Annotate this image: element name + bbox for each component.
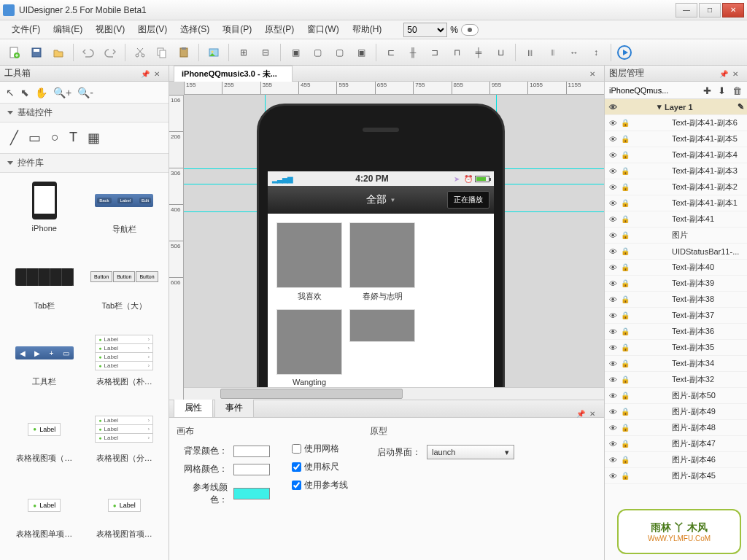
comp-tableitem-single[interactable]: Label表格视图单项… [4,482,85,556]
pointer-tool-icon[interactable]: ↖ [6,87,15,98]
use-guide-checkbox[interactable] [292,481,301,490]
hand-tool-icon[interactable]: ✋ [35,87,47,98]
menu-prototype[interactable]: 原型(P) [259,21,300,38]
album-item[interactable]: 春娇与志明 [349,222,415,302]
tab-events[interactable]: 事件 [214,398,254,417]
menu-view[interactable]: 视图(V) [90,21,131,38]
image-shape-icon[interactable]: ▦ [88,130,100,146]
menu-project[interactable]: 项目(P) [217,21,258,38]
design-canvas[interactable]: 15525535545555565575585595510551155 1062… [169,82,604,400]
bring-forward-icon[interactable]: ▢ [309,44,326,61]
ellipse-shape-icon[interactable]: ○ [51,130,59,146]
layer-item[interactable]: 👁🔒图片-副本50 [605,388,747,404]
layer-item[interactable]: 👁🔒图片-副本47 [605,436,747,452]
same-width-icon[interactable]: ↔ [565,44,583,61]
comp-iphone[interactable]: iPhone [4,177,85,251]
control-library-header[interactable]: 控件库 [0,154,169,173]
doc-close-icon[interactable]: ✕ [589,70,597,77]
panel-close-icon[interactable]: ✕ [154,70,161,77]
comp-tableitem-first[interactable]: Label表格视图首项… [85,482,165,556]
distribute-v-icon[interactable]: ⫴ [543,44,561,61]
bring-front-icon[interactable]: ▣ [287,44,304,61]
zoom-select[interactable]: 50 [403,23,447,37]
save-icon[interactable] [28,44,45,61]
line-shape-icon[interactable]: ╱ [10,130,18,146]
layer-item[interactable]: 👁🔒Text-副本37 [605,308,747,324]
edit-layer-icon[interactable]: ✎ [738,102,744,112]
run-button[interactable] [617,45,632,60]
grid-color-swatch[interactable] [233,464,270,475]
album-item[interactable]: 我喜欢 [276,222,342,302]
comp-navbar[interactable]: BackLabelEdit导航栏 [85,177,165,251]
prop-close-icon[interactable]: ✕ [589,410,597,417]
same-height-icon[interactable]: ↕ [587,44,605,61]
align-center-h-icon[interactable]: ╫ [404,44,422,61]
comp-tableview-item[interactable]: Label表格视图项（… [4,406,85,480]
ungroup-icon[interactable]: ⊟ [257,44,274,61]
comp-toolbar[interactable]: ◀▶+▭工具栏 [4,330,85,403]
zoom-out-icon[interactable]: 🔍- [77,87,93,98]
minimize-button[interactable]: — [676,3,697,18]
align-center-v-icon[interactable]: ╪ [470,44,487,61]
close-button[interactable]: ✕ [722,3,744,18]
use-grid-checkbox[interactable] [292,444,301,454]
layer-item[interactable]: 👁🔒Text-副本41-副本5 [605,131,747,147]
delete-layer-icon[interactable]: 🗑 [732,85,743,96]
comp-tabbar-large[interactable]: ButtonButtonButtonTab栏（大） [85,254,165,327]
group-icon[interactable]: ⊞ [235,44,252,61]
album-item[interactable]: Wangting [276,309,342,386]
add-layer-icon[interactable]: ✚ [703,85,713,96]
layer-item[interactable]: 👁🔒图片-副本49 [605,404,747,420]
layers-pin-icon[interactable]: 📌 [719,70,727,77]
layer-item[interactable]: 👁🔒Text-副本39 [605,276,747,292]
image-icon[interactable] [205,44,222,61]
send-backward-icon[interactable]: ▢ [330,44,348,61]
prop-pin-icon[interactable]: 📌 [576,410,584,417]
redo-icon[interactable] [101,44,119,61]
layer-file-name[interactable]: iPhoneQQmus... [609,86,699,95]
layer-item[interactable]: 👁🔒Text-副本35 [605,340,747,356]
layer-root[interactable]: 👁▾Layer 1✎ [605,99,747,115]
rect-shape-icon[interactable]: ▭ [28,130,41,146]
layers-close-icon[interactable]: ✕ [732,70,740,77]
menu-window[interactable]: 窗口(W) [301,21,344,38]
layer-item[interactable]: 👁🔒Text-副本41-副本3 [605,163,747,179]
send-back-icon[interactable]: ▣ [352,44,370,61]
layer-item[interactable]: 👁🔒UIDStatusBar11-... [605,244,747,260]
align-left-icon[interactable]: ⊏ [382,44,400,61]
import-layer-icon[interactable]: ⬇ [718,85,728,96]
distribute-h-icon[interactable]: ⫼ [522,44,539,61]
copy-icon[interactable] [153,44,171,61]
comp-tabbar[interactable]: Tab栏 [4,254,85,327]
undo-icon[interactable] [80,44,97,61]
open-icon[interactable] [50,44,67,61]
preview-icon[interactable] [461,24,479,36]
bg-color-swatch[interactable] [233,446,270,457]
comp-tableview-grouped[interactable]: LabelLabelLabel表格视图（分… [85,406,165,480]
tab-properties[interactable]: 属性 [174,398,213,417]
menu-help[interactable]: 帮助(H) [347,21,388,38]
layer-item[interactable]: 👁🔒Text-副本32 [605,372,747,388]
layer-item[interactable]: 👁🔒图片-副本48 [605,420,747,436]
basic-controls-header[interactable]: 基础控件 [0,104,169,122]
use-ruler-checkbox[interactable] [292,462,301,472]
layer-item[interactable]: 👁🔒Text-副本41-副本2 [605,179,747,195]
canvas-scrollbar[interactable] [184,387,604,400]
layer-item[interactable]: 👁🔒Text-副本41-副本4 [605,147,747,163]
layer-item[interactable]: 👁🔒Text-副本36 [605,324,747,340]
layer-item[interactable]: 👁🔒Text-副本34 [605,356,747,372]
text-shape-icon[interactable]: T [69,130,77,146]
dropdown-icon[interactable]: ▼ [390,197,396,203]
menu-select[interactable]: 选择(S) [174,21,215,38]
start-screen-select[interactable]: launch▾ [427,445,514,459]
document-tab[interactable]: iPhoneQQmusic3.0 - 未... [174,66,293,82]
layer-item[interactable]: 👁🔒Text-副本41 [605,211,747,228]
album-item[interactable] [349,309,415,386]
layer-item[interactable]: 👁🔒Text-副本41-副本1 [605,195,747,211]
menu-layer[interactable]: 图层(V) [132,21,173,38]
now-playing-button[interactable]: 正在播放 [447,191,489,209]
menu-edit[interactable]: 编辑(E) [47,21,88,38]
nav-title[interactable]: 全部 [366,193,387,206]
layer-item[interactable]: 👁🔒Text-副本38 [605,292,747,308]
align-top-icon[interactable]: ⊓ [448,44,465,61]
